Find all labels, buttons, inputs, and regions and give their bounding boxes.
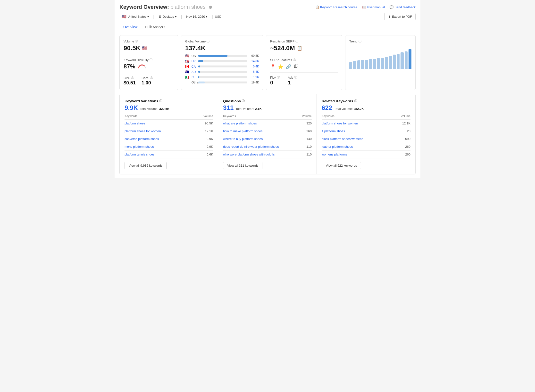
rk-count: 622 [322, 104, 332, 112]
difficulty-label: Keyword Difficulty ⓘ [124, 58, 174, 62]
rk-count-row: 622 Total volume: 282.2K [322, 104, 410, 114]
location-icon: 📍 [270, 64, 276, 69]
kv-view-all-button[interactable]: View all 9,936 keywords [125, 162, 167, 169]
table-row: what are platform shoes 320 [223, 120, 312, 127]
gv-bar-wrap [198, 76, 247, 78]
keyword-cell: platform shoes [125, 120, 194, 127]
q-info-icon[interactable]: ⓘ [242, 99, 245, 103]
gv-bar-wrap [198, 71, 247, 73]
ads-info-icon[interactable]: ⓘ [294, 75, 297, 80]
keyword-link[interactable]: what are platform shoes [223, 122, 257, 125]
difficulty-info-icon[interactable]: ⓘ [150, 58, 152, 62]
kv-col-keywords: Keywords [125, 114, 194, 120]
global-volume-card: Global Volume ⓘ 137.4K 🇺🇸 US 90.5K 🇬🇧 UK… [181, 35, 263, 90]
tab-bulk-analysis[interactable]: Bulk Analysis [141, 23, 169, 31]
trend-bar [353, 61, 356, 69]
table-row: how to make platform shoes 260 [223, 127, 312, 135]
toolbar-left: 🇺🇸 United States ▾ | 🖥 Desktop ▾ | Nov 1… [119, 13, 222, 20]
pla-item: PLA ⓘ 0 [270, 75, 280, 86]
volume-info-icon[interactable]: ⓘ [135, 39, 138, 43]
table-row: platform shoes for women 12.1K [322, 120, 410, 127]
keyword-link[interactable]: platform tennis shoes [125, 153, 155, 156]
gv-row: 🇬🇧 UK 14.8K [185, 59, 259, 63]
trend-bar [385, 57, 388, 69]
gv-country[interactable]: UK [192, 59, 197, 63]
table-row: converse platform shoes 9.9K [125, 135, 213, 143]
serp-info-icon[interactable]: ⓘ [295, 39, 298, 43]
gv-country[interactable]: CA [192, 65, 197, 68]
gv-bar [198, 82, 205, 83]
export-icon: ⬆ [388, 15, 391, 18]
keyword-cell: where to buy platform shoes [223, 135, 299, 143]
trend-bar [397, 54, 400, 69]
keyword-cell: what are platform shoes [223, 120, 299, 127]
keyword-cell: how to make platform shoes [223, 127, 299, 135]
keyword-link[interactable]: platform shoes [125, 122, 145, 125]
trend-bar [369, 59, 372, 69]
gv-row: 🇮🇹 IT 1.9K [185, 75, 259, 79]
kv-total: Total volume: 320.5K [140, 107, 169, 111]
export-pdf-button[interactable]: ⬆ Export to PDF [384, 13, 416, 20]
q-total: Total volume: 2.1K [235, 107, 262, 111]
title-static: Keyword Overview: [119, 4, 169, 10]
gv-flag: 🇦🇺 [185, 70, 190, 74]
cpc-info-icon[interactable]: ⓘ [131, 76, 134, 80]
gv-val: 14.8K [249, 59, 259, 63]
difficulty-value: 87% [124, 63, 174, 70]
keyword-link[interactable]: converse platform shoes [125, 137, 159, 141]
country-selector[interactable]: 🇺🇸 United States ▾ [119, 13, 151, 20]
volume-cell: 260 [394, 151, 410, 158]
keyword-link[interactable]: platform shoes for women [322, 122, 358, 125]
trend-bar [349, 62, 352, 69]
keyword-link[interactable]: does robert de niro wear platform shoes [223, 145, 279, 148]
gv-flag: 🇨🇦 [185, 65, 190, 68]
keyword-link[interactable]: mens platform shoes [125, 145, 154, 148]
keyword-cell: does robert de niro wear platform shoes [223, 143, 299, 151]
q-table: Keywords Volume what are platform shoes … [223, 114, 312, 158]
country-label: United States [127, 15, 146, 18]
send-feedback-link[interactable]: 💬 Send feedback [390, 5, 416, 9]
rk-col-keywords: Keywords [322, 114, 394, 120]
rk-view-all-button[interactable]: View all 622 keywords [322, 162, 361, 169]
metrics-row: Volume ⓘ 90.5K 🇺🇸 Keyword Difficulty ⓘ 8… [119, 35, 416, 90]
rk-info-icon[interactable]: ⓘ [354, 99, 357, 103]
keyword-link[interactable]: where to buy platform shoes [223, 137, 263, 141]
table-row: mens platform shoes 9.9K [125, 143, 213, 151]
volume-cell: 9.9K [194, 135, 213, 143]
date-chevron-icon: ▾ [206, 15, 208, 18]
add-keyword-icon[interactable]: ⊕ [209, 5, 212, 10]
tab-overview[interactable]: Overview [119, 23, 141, 31]
keyword-link[interactable]: how to make platform shoes [223, 129, 263, 133]
gv-bar-wrap [198, 65, 247, 67]
rk-table: Keywords Volume platform shoes for women… [322, 114, 410, 158]
gv-val: 1.9K [249, 75, 259, 79]
pla-info-icon[interactable]: ⓘ [277, 75, 280, 80]
gv-val: 19.4K [249, 81, 259, 84]
keyword-research-course-link[interactable]: 📋 Keyword Research course [315, 5, 357, 9]
keyword-link[interactable]: platform shoes for women [125, 129, 161, 133]
com-item: Com. ⓘ 1.00 [142, 76, 153, 86]
pla-ads-row: PLA ⓘ 0 Ads ⓘ 1 [270, 75, 338, 86]
feedback-icon: 💬 [390, 5, 393, 9]
gv-country[interactable]: IT [192, 75, 197, 79]
serp-features-info-icon[interactable]: ⓘ [293, 58, 296, 62]
user-manual-link[interactable]: 📖 User manual [362, 5, 385, 9]
com-info-icon[interactable]: ⓘ [150, 76, 153, 80]
keyword-link[interactable]: 4 platform shoes [322, 129, 345, 133]
keyword-link[interactable]: leather platform shoes [322, 145, 353, 148]
q-view-all-button[interactable]: View all 311 keywords [223, 162, 262, 169]
keyword-link[interactable]: who wore platform shoes with goldfish [223, 153, 276, 156]
tabs: Overview Bulk Analysis [119, 23, 416, 31]
table-row: who wore platform shoes with goldfish 11… [223, 151, 312, 158]
cpc-item: CPC ⓘ $0.51 [124, 76, 136, 86]
gv-flag: 🇮🇹 [185, 75, 190, 79]
keyword-link[interactable]: black platform shoes womens [322, 137, 363, 141]
table-row: does robert de niro wear platform shoes … [223, 143, 312, 151]
global-volume-info-icon[interactable]: ⓘ [207, 39, 209, 43]
date-selector[interactable]: Nov 16, 2020 ▾ [184, 14, 210, 20]
trend-info-icon[interactable]: ⓘ [359, 39, 361, 43]
gv-country[interactable]: AU [192, 70, 197, 74]
keyword-link[interactable]: womens platforms [322, 153, 347, 156]
kv-info-icon[interactable]: ⓘ [159, 99, 162, 103]
device-selector[interactable]: 🖥 Desktop ▾ [156, 14, 179, 20]
